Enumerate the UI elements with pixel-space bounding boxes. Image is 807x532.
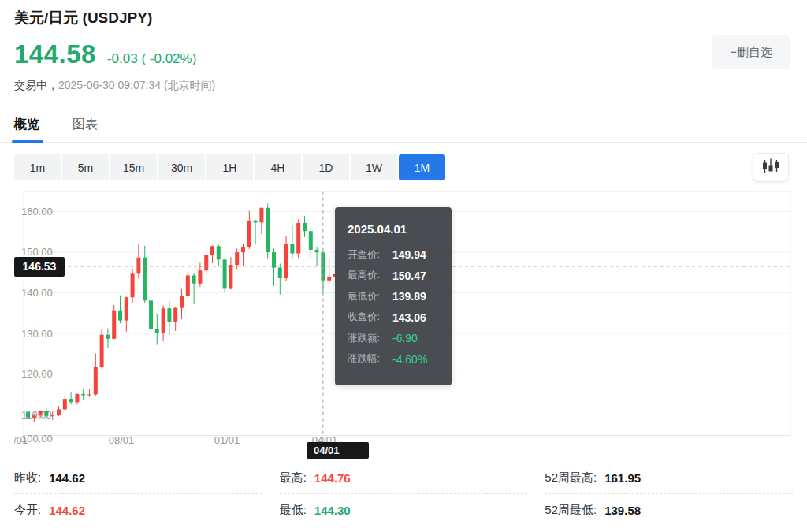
tooltip-row: 开盘价:149.94	[348, 244, 439, 266]
candle-body	[118, 311, 122, 321]
stats-column: 昨收:144.62今开:144.62	[14, 462, 262, 526]
y-axis-label: 140.00	[21, 287, 53, 299]
candle-body	[136, 258, 140, 274]
stat-value: 144.76	[314, 471, 351, 485]
candle-body	[210, 246, 214, 255]
period-button-4H[interactable]: 4H	[255, 154, 301, 180]
candle-body	[235, 252, 239, 265]
candle-body	[223, 259, 227, 288]
stat-label: 今开:	[14, 503, 41, 518]
candle-body	[167, 308, 171, 322]
candle-body	[149, 300, 153, 329]
stat-row: 今开:144.62	[14, 494, 262, 526]
stat-row: 最低:144.30	[280, 494, 528, 526]
candle-body	[186, 275, 190, 296]
candle-body	[87, 394, 91, 395]
period-button-5m[interactable]: 5m	[62, 154, 109, 180]
x-axis-label: 01/01	[214, 434, 240, 446]
candle-body	[290, 244, 294, 254]
period-button-1M[interactable]: 1M	[399, 154, 445, 180]
stat-row: 最高:144.76	[280, 462, 528, 494]
tooltip-row-label: 最低价:	[348, 290, 392, 303]
period-button-1H[interactable]: 1H	[206, 154, 253, 180]
candle-body	[278, 268, 282, 278]
stat-value: 144.62	[49, 504, 85, 517]
candle-body	[32, 415, 36, 418]
tab-bar: 概览 图表	[0, 111, 807, 143]
candle-body	[327, 277, 331, 281]
y-axis-label: 120.00	[21, 368, 53, 380]
candle-body	[131, 273, 135, 297]
active-tab-underline	[12, 140, 43, 143]
candle-body	[112, 311, 116, 339]
x-axis-label: 07/01	[14, 434, 28, 446]
tab-overview[interactable]: 概览	[14, 117, 39, 133]
candle-body	[272, 252, 276, 268]
candle-body	[180, 296, 184, 307]
trading-status: 交易中，2025-06-30 09:07:34 (北京时间)	[14, 79, 215, 93]
candle-body	[284, 244, 288, 278]
tooltip-row-label: 收盘价:	[348, 311, 392, 324]
price-chart[interactable]: 160.00150.00140.00130.00120.00110.00100.…	[14, 189, 793, 461]
candle-body	[26, 412, 30, 418]
candle-body	[247, 221, 251, 247]
tooltip-date: 2025.04.01	[348, 222, 439, 236]
tooltip-row: 涨跌幅:-4.60%	[348, 349, 439, 370]
period-button-30m[interactable]: 30m	[158, 154, 205, 180]
stat-label: 昨收:	[14, 471, 41, 485]
candle-body	[57, 410, 61, 415]
tab-chart[interactable]: 图表	[73, 117, 98, 133]
candle-body	[259, 208, 263, 223]
tooltip-row-label: 涨跌额:	[348, 332, 392, 345]
candle-body	[69, 399, 73, 402]
tooltip-row-value: 143.06	[392, 311, 426, 324]
crosshair-date-label: 04/01	[307, 442, 369, 459]
tooltip-row: 最低价:139.89	[348, 286, 439, 307]
stat-value: 144.62	[49, 471, 85, 485]
candle-body	[204, 255, 208, 270]
candle-body	[155, 329, 159, 333]
tooltip-row: 收盘价:143.06	[348, 307, 439, 329]
candle-body	[143, 258, 147, 301]
candle-body	[106, 335, 110, 339]
tooltip-row-label: 最高价:	[348, 269, 392, 282]
stats-column: 52周最高:161.9552周最低:139.58	[545, 462, 793, 526]
tooltip-row-value: -4.60%	[392, 353, 427, 366]
candle-body	[309, 231, 313, 250]
stat-label: 最低:	[280, 503, 307, 518]
stat-value: 161.95	[604, 471, 641, 485]
crosshair-price-label: 146.53	[14, 257, 65, 277]
quote-timestamp: 2025-06-30 09:07:34 (北京时间)	[58, 79, 215, 91]
period-button-1W[interactable]: 1W	[351, 154, 397, 180]
tooltip-row: 涨跌额:-6.90	[348, 328, 439, 349]
remove-watchlist-button[interactable]: −删自选	[712, 35, 790, 69]
stat-value: 144.30	[314, 504, 351, 517]
last-price: 144.58	[14, 39, 96, 69]
stat-label: 最高:	[280, 471, 307, 485]
candle-body	[75, 394, 79, 402]
candle-body	[39, 411, 43, 415]
candle-body	[63, 399, 67, 409]
chart-type-button[interactable]	[753, 153, 789, 182]
stat-row: 52周最高:161.95	[545, 462, 793, 494]
tooltip-rows: 开盘价:149.94最高价:150.47最低价:139.89收盘价:143.06…	[348, 244, 439, 370]
tooltip-row-value: 150.47	[392, 270, 426, 282]
candle-body	[173, 308, 177, 322]
period-button-1m[interactable]: 1m	[14, 154, 61, 180]
candle-body	[296, 223, 300, 254]
candle-body	[229, 265, 232, 288]
candle-body	[125, 297, 128, 320]
y-axis-label: 130.00	[21, 328, 53, 340]
candle-body	[50, 415, 54, 416]
period-button-15m[interactable]: 15m	[110, 154, 157, 180]
candle-body	[315, 250, 319, 252]
stats-column: 最高:144.76最低:144.30	[280, 462, 528, 526]
tooltip-row-value: 149.94	[392, 248, 426, 261]
candle-body	[254, 221, 258, 223]
period-button-1D[interactable]: 1D	[303, 154, 349, 180]
price-change: -0.03 ( -0.02%)	[107, 51, 196, 67]
usdjpy-quote-page: 美元/日元 (USDJPY) −删自选 144.58 -0.03 ( -0.02…	[0, 0, 807, 532]
chart-tooltip: 2025.04.01 开盘价:149.94最高价:150.47最低价:139.8…	[335, 207, 452, 385]
tooltip-row-label: 涨跌幅:	[348, 352, 392, 366]
tooltip-row-value: -6.90	[392, 332, 418, 344]
